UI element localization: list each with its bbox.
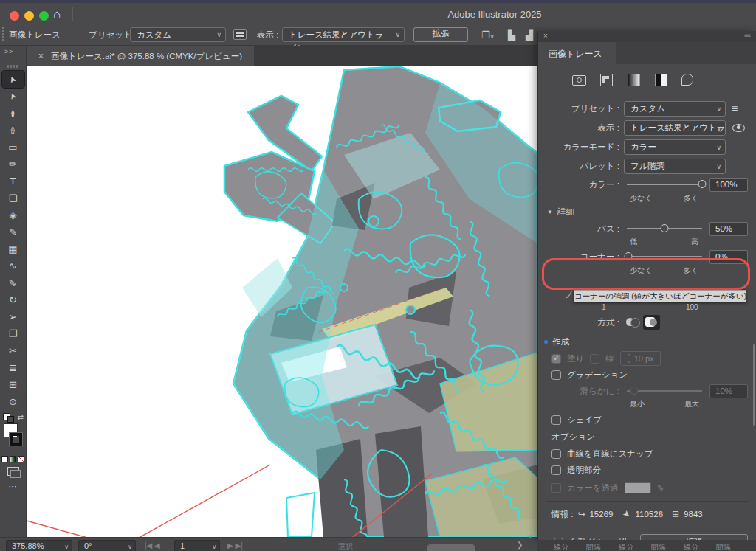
corner-slider[interactable] [627,256,702,257]
artboard-canvas[interactable] [27,66,537,537]
dash-gap-label: 線分 [684,540,698,551]
zoom-window-button[interactable] [39,11,49,21]
path-count: 15269 [589,510,613,519]
close-document-icon[interactable]: × [38,51,44,61]
manage-presets-icon[interactable] [233,29,247,40]
direct-selection-tool[interactable]: ➤ [2,88,24,105]
low-color-preset-icon[interactable] [626,73,641,86]
preset-dropdown[interactable]: カスタム ∨ [130,27,226,42]
smooth-slider [627,390,702,392]
align-center-icon[interactable]: ▟ [526,30,533,41]
shape-checkbox[interactable] [551,415,561,425]
stroke-width-stepper[interactable]: ⌃⌄ 10 px [620,351,661,366]
none-button[interactable] [18,456,24,462]
swap-fill-stroke-icon[interactable]: ⇄ [18,413,24,421]
path-value[interactable]: 50% [709,222,748,236]
stroke-checkbox[interactable] [590,354,599,364]
view-label: 表示 : [257,30,278,41]
asset-export-tool[interactable]: ⊞ [2,376,24,393]
stepper-arrows-icon[interactable]: ⌃⌄ [627,353,631,364]
grayscale-preset-icon[interactable] [653,73,668,86]
first-artboard-icon[interactable]: |◀ ◀ [145,541,160,550]
method-overlapping-button[interactable] [643,315,660,330]
shaper-tool[interactable]: ✎ [2,223,24,240]
artboard-number-dropdown[interactable]: 1∨ [174,540,220,551]
minimize-window-button[interactable] [24,11,34,21]
scale-tool[interactable]: ❏ [2,190,24,207]
gradient-checkbox[interactable] [551,370,561,380]
dash-gap-label: 間隔 [651,540,666,551]
document-setup-icon[interactable]: ❐∨ [481,30,495,41]
path-slider-handle[interactable] [661,224,669,232]
palette-dropdown[interactable]: フル階調∨ [624,159,726,174]
snap-curves-checkbox[interactable] [551,449,561,459]
color-slider-handle[interactable] [698,180,707,188]
auto-color-preset-icon[interactable] [571,73,586,86]
black-and-white-preset-icon[interactable] [681,73,695,86]
selection-tool[interactable]: ➤ [2,71,24,88]
rectangle-tool[interactable]: ▭ [2,139,24,156]
tools-panel-header[interactable]: >> [0,46,26,65]
collapse-panel-icon[interactable]: «« [744,32,750,39]
fill-checkbox[interactable] [551,354,561,364]
corner-max-label: 多く [684,266,698,275]
detail-section-header[interactable]: ▼ 詳細 [538,203,756,221]
gradient-button[interactable] [10,456,16,462]
curvature-tool[interactable]: ✑ [2,122,24,139]
knife-tool[interactable]: ✂ [2,342,24,359]
view-dropdown[interactable]: トレース結果とアウトライン ∨ [282,27,405,42]
outline-preset-icon[interactable] [708,73,723,86]
color-button[interactable] [1,456,8,462]
zoom-tool[interactable]: ⊙ [2,393,24,410]
panel-view-dropdown[interactable]: トレース結果とアウトライン∨ [624,120,726,136]
last-artboard-icon[interactable]: ▶ ▶| [227,541,243,550]
drawing-mode-icon[interactable] [7,467,19,476]
transparent-checkbox[interactable] [551,465,561,475]
home-icon[interactable]: ⌂ [53,7,61,22]
image-trace-tab[interactable]: 画像トレース [538,42,616,64]
color-slider[interactable] [627,184,702,185]
pen-tool[interactable]: ✒ [2,105,24,122]
close-window-button[interactable] [10,11,19,21]
panel-preset-dropdown[interactable]: カスタム∨ [624,101,726,117]
horizontal-scrollbar-thumb[interactable] [427,544,475,551]
expand-button[interactable]: 拡張 [413,27,468,42]
corner-slider-handle[interactable] [625,252,633,260]
preset-menu-icon[interactable]: ≡ [732,103,738,114]
align-left-icon[interactable]: ▙ [508,30,515,41]
stroke-swatch[interactable] [10,433,22,446]
color-mode-dropdown[interactable]: カラー∨ [624,139,726,155]
group-selection-tool[interactable]: ➢ [2,308,24,325]
zoom-level-dropdown[interactable]: 375.88%∨ [6,540,72,551]
corner-value[interactable]: 0% [709,250,748,264]
eraser-tool[interactable]: ◈ [2,207,24,223]
tools-panel-grip[interactable] [7,65,19,68]
eye-icon[interactable] [732,124,745,132]
artboard-tool[interactable]: ❐ [2,325,24,342]
high-color-preset-icon[interactable] [599,73,614,86]
document-tab[interactable]: × 画像トレース.ai* @ 375.88 % (CMYK/プレビュー) [27,46,254,66]
new-feature-dot [544,340,548,344]
eyedropper-tool[interactable]: ✐ [2,274,24,291]
align-tool[interactable]: ≣ [2,359,24,376]
method-abutting-button[interactable] [624,315,641,330]
panel-scrollbar[interactable] [753,344,755,426]
path-slider[interactable] [627,228,702,229]
control-bar-grip[interactable] [2,27,4,42]
type-tool[interactable]: T [2,173,24,190]
scroll-right-icon[interactable]: ❯ [517,541,523,549]
window-title: Adobe Illustrator 2025 [413,9,576,20]
rotate-view-tool[interactable]: ↻ [2,291,24,308]
ignore-color-swatch [625,482,651,493]
paintbrush-tool[interactable]: ✏ [2,156,24,173]
gradient-tool[interactable]: ▦ [2,240,24,257]
corner-slider-label: コーナー : [538,252,624,263]
rotation-dropdown[interactable]: 0°∨ [78,540,136,551]
default-colors-stroke-icon [7,416,14,423]
panel-resize-chevron[interactable]: ∨ [528,533,533,540]
image-trace-panel: × «« 画像トレース プリセット : カスタム∨ ≡ 表示 : トレース結果と… [537,31,756,540]
width-tool[interactable]: ∿ [2,257,24,274]
color-value[interactable]: 100% [709,178,748,192]
close-panel-icon[interactable]: × [543,32,548,40]
more-tools-button[interactable]: ⋯ [0,482,26,491]
